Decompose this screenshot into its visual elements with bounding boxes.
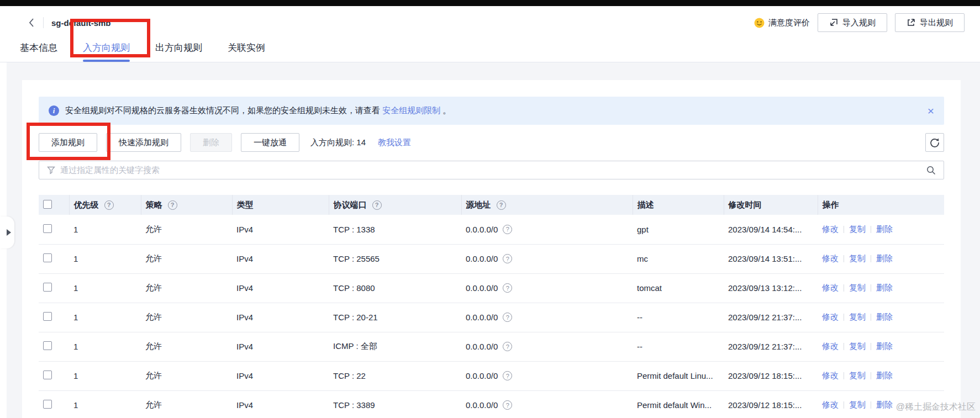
import-rules-button[interactable]: 导入规则 [818,13,887,32]
divider [871,343,871,350]
modify-link[interactable]: 修改 [822,312,839,321]
help-icon[interactable]: ? [503,254,512,263]
delete-link[interactable]: 删除 [876,224,893,234]
table-row: 1允许IPv4TCP : 255650.0.0.0/0?mc2023/09/14… [39,244,944,273]
modify-link[interactable]: 修改 [822,341,839,351]
column-label: 策略 [146,200,162,210]
add-rule-button[interactable]: 添加规则 [39,133,97,152]
column-header-协议端口: 协议端口? [329,195,461,215]
column-label: 优先级 [74,200,99,210]
modify-link[interactable]: 修改 [822,400,839,409]
toolbar: 添加规则 快速添加规则 删除 一键放通 入方向规则: 14 教我设置 [39,133,944,152]
modify-link[interactable]: 修改 [822,253,839,263]
delete-link[interactable]: 删除 [876,312,893,321]
table-row: 1允许IPv4TCP : 13380.0.0.0/0?gpt2023/09/14… [39,215,944,244]
cell-source: 0.0.0.0/0 [466,400,498,410]
cell-modified-time: 2023/09/12 21:37:... [724,332,818,361]
tab-入方向规则[interactable]: 入方向规则 [83,41,130,62]
copy-link[interactable]: 复制 [849,283,866,292]
cell-priority: 1 [69,390,141,418]
copy-link[interactable]: 复制 [849,312,866,321]
divider [844,255,844,262]
divider [871,284,871,292]
cell-policy: 允许 [141,244,232,273]
delete-link[interactable]: 删除 [876,400,893,409]
export-rules-button[interactable]: 导出规则 [895,13,965,32]
copy-link[interactable]: 复制 [849,400,866,409]
help-icon[interactable]: ? [168,200,177,210]
delete-link[interactable]: 删除 [876,283,893,292]
modify-link[interactable]: 修改 [822,224,839,234]
row-checkbox[interactable] [43,341,52,350]
cell-type: IPv4 [232,215,329,244]
teach-me-link[interactable]: 教我设置 [378,137,411,148]
back-button[interactable] [25,17,38,29]
cell-type: IPv4 [232,244,329,273]
help-icon[interactable]: ? [372,200,382,210]
cell-type: IPv4 [232,361,329,390]
row-checkbox[interactable] [43,371,52,379]
table-row: 1允许IPv4TCP : 33890.0.0.0/0?Permit defaul… [39,390,944,418]
help-icon[interactable]: ? [503,225,512,234]
help-icon[interactable]: ? [503,371,512,380]
divider [844,372,844,379]
row-checkbox[interactable] [43,253,52,262]
allow-all-button[interactable]: 一键放通 [241,133,299,152]
cell-protocol: TCP : 22 [329,361,461,390]
help-icon[interactable]: ? [503,313,512,322]
search-icon[interactable] [926,166,936,175]
search-input[interactable]: 通过指定属性的关键字搜索 [39,161,944,179]
cell-protocol: TCP : 1338 [329,215,461,244]
divider [871,372,871,379]
banner-message: 安全组规则对不同规格的云服务器生效情况不同，如果您的安全组规则未生效，请查看 [65,105,380,115]
cell-type: IPv4 [232,332,329,361]
row-checkbox[interactable] [43,400,52,409]
divider [844,401,844,409]
row-checkbox[interactable] [43,224,52,233]
cell-type: IPv4 [232,303,329,332]
refresh-button[interactable] [925,133,944,152]
quick-add-rule-button[interactable]: 快速添加规则 [106,133,181,152]
cell-description: Permit default Linu... [633,361,724,390]
cell-modified-time: 2023/09/13 13:12:... [724,273,818,303]
modify-link[interactable]: 修改 [822,371,839,380]
banner-close-icon[interactable]: × [928,105,934,117]
copy-link[interactable]: 复制 [849,341,866,351]
divider [871,255,871,262]
help-icon[interactable]: ? [503,283,512,293]
row-checkbox[interactable] [43,283,52,292]
tab-关联实例[interactable]: 关联实例 [228,41,265,62]
cell-policy: 允许 [141,361,232,390]
delete-link[interactable]: 删除 [876,253,893,263]
copy-link[interactable]: 复制 [849,371,866,380]
panel-expand-handle[interactable] [0,216,14,248]
cell-priority: 1 [69,361,141,390]
delete-link[interactable]: 删除 [876,371,893,380]
cell-source: 0.0.0.0/0 [466,313,498,322]
copy-link[interactable]: 复制 [849,253,866,263]
help-icon[interactable]: ? [104,200,114,210]
page-header: sg-default-smb 满意度评价 导入规则 [0,6,980,62]
cell-modified-time: 2023/09/14 13:51:... [724,244,818,273]
satisfaction-feedback[interactable]: 满意度评价 [754,18,810,28]
divider [871,314,871,321]
divider [844,284,844,292]
import-icon [829,18,838,27]
cell-source: 0.0.0.0/0 [466,371,498,380]
tab-基本信息[interactable]: 基本信息 [20,41,57,62]
help-icon[interactable]: ? [497,200,506,210]
row-checkbox[interactable] [43,312,52,321]
modify-link[interactable]: 修改 [822,283,839,292]
cell-modified-time: 2023/09/12 21:37:... [724,303,818,332]
delete-link[interactable]: 删除 [876,341,893,351]
cell-source: 0.0.0.0/0 [466,225,498,234]
sg-rule-limit-link[interactable]: 安全组规则限制 [382,105,440,115]
select-all-checkbox[interactable] [43,200,52,209]
help-icon[interactable]: ? [503,400,512,410]
tab-出方向规则[interactable]: 出方向规则 [155,41,202,62]
delete-button[interactable]: 删除 [190,133,232,152]
help-icon[interactable]: ? [503,342,512,351]
copy-link[interactable]: 复制 [849,224,866,234]
column-header-描述: 描述 [633,195,724,215]
column-header-修改时间: 修改时间 [724,195,818,215]
